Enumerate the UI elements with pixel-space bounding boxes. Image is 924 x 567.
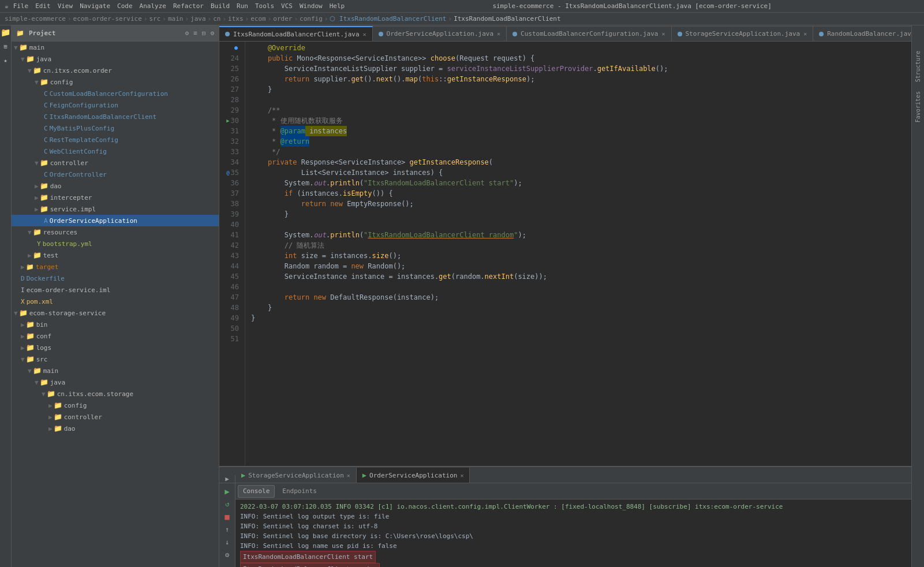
menu-code[interactable]: Code [117, 2, 133, 10]
breadcrumb-item[interactable]: itxs [228, 15, 244, 23]
menu-build[interactable]: Build [211, 2, 230, 10]
tree-item[interactable]: ▶ 📁 dao [12, 180, 219, 192]
gear-icon[interactable]: ⚙ [210, 29, 214, 37]
tree-item[interactable]: C ItxsRandomLoadBalancerClient [12, 111, 219, 122]
tree-item[interactable]: ▼ 📁 ecom-storage-service [12, 307, 219, 319]
breadcrumb-item[interactable]: ⬡ ItxsRandomLoadBalancerClient [330, 15, 446, 23]
sub-tab-endpoints[interactable]: Endpoints [277, 485, 322, 498]
tree-item[interactable]: ▶ 📁 logs [12, 342, 219, 353]
expand-icon: ▼ [14, 309, 18, 317]
menu-window[interactable]: Window [300, 2, 323, 10]
breadcrumb-item[interactable]: main [168, 15, 184, 23]
tab-label: OrderServiceApplication.java [387, 30, 493, 38]
close-tab-icon[interactable]: ✕ [661, 31, 665, 37]
menu-file[interactable]: File [13, 2, 29, 10]
settings-btn[interactable]: ⚙ [222, 549, 233, 561]
tree-item[interactable]: X pom.xml [12, 296, 219, 307]
code-content[interactable]: @Override public Mono<Response<ServiceIn… [245, 42, 911, 466]
tree-item[interactable]: ▶ 📁 dao [12, 423, 219, 434]
layout-icon[interactable]: ≡ [193, 29, 197, 37]
menu-vcs[interactable]: VCS [281, 2, 293, 10]
favorites-icon[interactable]: ★ [1, 55, 10, 65]
expand-icon: ▶ [48, 425, 53, 432]
tree-item[interactable]: ▶ 📁 intercepter [12, 192, 219, 203]
tab-randomlb[interactable]: RandomLoadBalancer.java ✕ [813, 26, 911, 41]
run-restart-btn[interactable]: ▶ [222, 486, 233, 497]
scroll-up-btn[interactable]: ↑ [222, 524, 233, 535]
structure-icon[interactable]: ⊞ [1, 42, 10, 51]
run-stop-btn[interactable]: ■ [222, 511, 233, 523]
folder-icon: 📁 [26, 320, 35, 329]
close-run-tab-icon[interactable]: ✕ [460, 472, 463, 479]
structure-panel-label[interactable]: Structure [915, 49, 921, 84]
breadcrumb-current[interactable]: ItxsRandomLoadBalancerClient [454, 15, 560, 23]
tree-item[interactable]: ▼ 📁 cn.itxs.ecom.order [12, 65, 219, 76]
tree-item[interactable]: D Dockerfile [12, 273, 219, 284]
close-tab-icon[interactable]: ✕ [363, 31, 366, 38]
project-icon[interactable]: 📁 [1, 28, 10, 37]
tab-orderservice[interactable]: OrderServiceApplication.java ✕ [373, 26, 507, 41]
tree-item[interactable]: ▼ 📁 config [12, 76, 219, 88]
tree-item[interactable]: C RestTemplateConfig [12, 134, 219, 146]
tree-item[interactable]: ▶ 📁 service.impl [12, 203, 219, 215]
run-tab-storage[interactable]: ▶ StorageServiceApplication ✕ [235, 468, 357, 483]
tab-label: RandomLoadBalancer.java [827, 30, 911, 38]
tree-item[interactable]: ▼ 📁 main [12, 365, 219, 376]
tree-item[interactable]: ▶ 📁 conf [12, 330, 219, 342]
breadcrumb-item[interactable]: order [273, 15, 292, 23]
tree-item[interactable]: C WebClientConfig [12, 146, 219, 157]
breadcrumb-item[interactable]: ecom [250, 15, 266, 23]
tree-item[interactable]: ▶ 📁 config [12, 400, 219, 411]
tree-item[interactable]: Y bootstrap.yml [12, 238, 219, 249]
tree-item[interactable]: ▼ 📁 java [12, 376, 219, 388]
menu-run[interactable]: Run [237, 2, 248, 10]
menu-refactor[interactable]: Refactor [173, 2, 204, 10]
tree-item[interactable]: ▼ 📁 controller [12, 157, 219, 169]
tab-customlb[interactable]: CustomLoadBalancerConfiguration.java ✕ [507, 26, 671, 41]
tab-itxsrandom[interactable]: ItxsRandomLoadBalancerClient.java ✕ [219, 26, 373, 41]
expand-icon: ▶ [48, 402, 53, 409]
collapse-icon[interactable]: ⊟ [202, 29, 206, 37]
close-tab-icon[interactable]: ✕ [497, 31, 500, 37]
tree-item[interactable]: ▶ 📁 test [12, 249, 219, 261]
menu-edit[interactable]: Edit [35, 2, 51, 10]
run-rerun-btn[interactable]: ↺ [222, 498, 233, 510]
scroll-down-btn[interactable]: ↓ [222, 536, 233, 548]
close-run-tab-icon[interactable]: ✕ [347, 472, 350, 479]
tree-item-selected[interactable]: A OrderServiceApplication [12, 215, 219, 226]
menu-navigate[interactable]: Navigate [80, 2, 110, 10]
menu-analyze[interactable]: Analyze [140, 2, 166, 10]
tree-item[interactable]: C FeignConfiguration [12, 99, 219, 111]
run-tab-order[interactable]: ▶ OrderServiceApplication ✕ [357, 468, 470, 483]
tree-item[interactable]: ▼ 📁 java [12, 53, 219, 65]
menu-tools[interactable]: Tools [255, 2, 274, 10]
breadcrumb-item[interactable]: simple-ecommerce [5, 15, 66, 23]
tab-storage[interactable]: StorageServiceApplication.java ✕ [672, 26, 814, 41]
left-sidebar-icons: 📁 ⊞ ★ [0, 25, 12, 567]
menu-help[interactable]: Help [330, 2, 345, 10]
tree-item[interactable]: ▼ 📁 resources [12, 226, 219, 238]
menu-bar[interactable]: File Edit View Navigate Code Analyze Ref… [13, 2, 345, 10]
menu-view[interactable]: View [58, 2, 73, 10]
breadcrumb-item[interactable]: ecom-order-service [73, 15, 142, 23]
tree-item[interactable]: ▶ 📁 target [12, 261, 219, 273]
tree-item[interactable]: ▶ 📁 controller [12, 411, 219, 423]
console-output[interactable]: 2022-03-07 03:07:120.035 INFO 03342 [c1]… [235, 499, 911, 567]
sub-tab-console[interactable]: Console [238, 485, 275, 498]
favorites-panel-label[interactable]: Favorites [915, 89, 921, 125]
close-tab-icon[interactable]: ✕ [803, 31, 807, 37]
code-line: @Override [251, 43, 911, 53]
tree-item[interactable]: C CustomLoadBalancerConfiguration [12, 88, 219, 99]
tree-item[interactable]: ▶ 📁 bin [12, 319, 219, 330]
tree-item[interactable]: C OrderController [12, 169, 219, 180]
breadcrumb-item[interactable]: config [300, 15, 323, 23]
breadcrumb-item[interactable]: java [190, 15, 206, 23]
tree-item[interactable]: C MyBatisPlusConfig [12, 122, 219, 134]
settings-icon[interactable]: ⚙ [185, 29, 189, 37]
tree-item[interactable]: I ecom-order-service.iml [12, 284, 219, 296]
breadcrumb-item[interactable]: cn [213, 15, 220, 23]
tree-item[interactable]: ▼ 📁 cn.itxs.ecom.storage [12, 388, 219, 400]
tree-item[interactable]: ▼ 📁 src [12, 353, 219, 365]
tree-item[interactable]: ▼ 📁 main [12, 42, 219, 53]
breadcrumb-item[interactable]: src [149, 15, 160, 23]
